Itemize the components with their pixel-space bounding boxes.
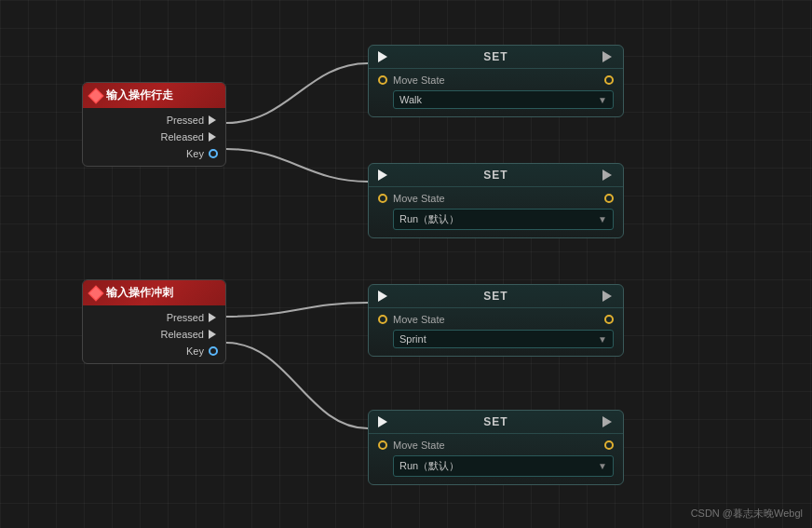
set-node-walk: SET Move State Walk ▼ <box>368 45 624 117</box>
set-run1-body: Move State Run（默认） ▼ <box>369 187 623 237</box>
set-walk-input-row: Walk ▼ <box>378 90 614 109</box>
set-run2-body: Move State Run（默认） ▼ <box>369 434 623 484</box>
set-sprint-move-state-label: Move State <box>393 314 599 325</box>
set-sprint-dropdown[interactable]: Sprint ▼ <box>393 330 614 348</box>
sprint-pressed-label: Pressed <box>167 312 204 323</box>
set-sprint-dot-pin[interactable] <box>378 315 387 324</box>
sprint-released-row: Released <box>83 326 225 343</box>
set-walk-dot-pin-right[interactable] <box>604 75 614 85</box>
set-run2-input-row: Run（默认） ▼ <box>378 455 614 477</box>
set-sprint-input-row: Sprint ▼ <box>378 330 614 348</box>
set-walk-exec-out[interactable] <box>602 51 614 62</box>
pressed-row: Pressed <box>83 112 225 129</box>
set-sprint-exec-in[interactable] <box>378 291 389 302</box>
set-sprint-header: SET <box>369 285 623 308</box>
sprint-pressed-pin[interactable] <box>209 313 218 322</box>
set-run1-dot-pin[interactable] <box>378 194 387 203</box>
set-run2-exec-out[interactable] <box>602 416 614 427</box>
set-walk-dropdown[interactable]: Walk ▼ <box>393 90 614 109</box>
key-label: Key <box>186 148 204 159</box>
set-run2-state-row: Move State <box>378 440 614 451</box>
input-node-walk-body: Pressed Released Key <box>83 108 225 166</box>
set-walk-dot-pin[interactable] <box>378 75 387 85</box>
set-node-run2: SET Move State Run（默认） ▼ <box>368 410 624 485</box>
released-pin[interactable] <box>209 132 218 142</box>
set-sprint-dropdown-arrow: ▼ <box>598 334 607 345</box>
set-run2-dot-pin-right[interactable] <box>604 440 614 450</box>
watermark: CSDN @暮志未晚Webgl <box>691 507 803 521</box>
set-walk-dropdown-arrow: ▼ <box>598 95 607 105</box>
set-run2-label: SET <box>483 415 508 428</box>
set-sprint-body: Move State Sprint ▼ <box>369 308 623 356</box>
set-walk-label: SET <box>483 50 508 63</box>
set-walk-dropdown-value: Walk <box>399 94 422 105</box>
set-walk-header: SET <box>369 46 623 69</box>
set-run1-dropdown-value: Run（默认） <box>399 212 459 226</box>
set-run2-move-state-label: Move State <box>393 440 599 451</box>
set-run1-header: SET <box>369 164 623 187</box>
released-label: Released <box>161 131 204 142</box>
set-run2-header: SET <box>369 411 623 434</box>
set-run2-dropdown-value: Run（默认） <box>399 459 459 473</box>
set-sprint-label: SET <box>483 290 508 303</box>
released-row: Released <box>83 129 225 145</box>
input-node-sprint-title: 输入操作冲刺 <box>106 285 173 301</box>
set-sprint-state-row: Move State <box>378 314 614 325</box>
pressed-pin[interactable] <box>209 115 218 125</box>
set-run1-label: SET <box>483 169 508 182</box>
set-run2-exec-in[interactable] <box>378 416 389 427</box>
set-walk-move-state-label: Move State <box>393 74 599 86</box>
sprint-released-label: Released <box>161 329 204 340</box>
set-sprint-dropdown-value: Sprint <box>399 333 426 345</box>
input-node-walk-title: 输入操作行走 <box>106 88 173 103</box>
sprint-released-pin[interactable] <box>209 330 218 339</box>
set-node-run1: SET Move State Run（默认） ▼ <box>368 163 624 238</box>
set-run2-dropdown[interactable]: Run（默认） ▼ <box>393 455 614 477</box>
set-run2-dot-pin[interactable] <box>378 440 387 450</box>
set-run1-state-row: Move State <box>378 193 614 204</box>
set-run1-dropdown[interactable]: Run（默认） ▼ <box>393 209 614 230</box>
set-sprint-exec-out[interactable] <box>602 291 614 302</box>
set-run1-dot-pin-right[interactable] <box>604 194 614 203</box>
set-walk-exec-in[interactable] <box>378 51 389 62</box>
input-node-sprint-header: 输入操作冲刺 <box>83 280 225 305</box>
diamond-icon-2 <box>88 285 104 301</box>
set-run1-dropdown-arrow: ▼ <box>598 214 607 224</box>
set-sprint-dot-pin-right[interactable] <box>604 315 614 324</box>
key-row: Key <box>83 145 225 162</box>
sprint-key-pin[interactable] <box>209 346 218 356</box>
set-run1-input-row: Run（默认） ▼ <box>378 209 614 230</box>
set-run1-move-state-label: Move State <box>393 193 599 204</box>
set-run1-exec-out[interactable] <box>602 169 614 181</box>
input-node-sprint-body: Pressed Released Key <box>83 305 225 363</box>
pressed-label: Pressed <box>167 115 204 126</box>
set-run1-exec-in[interactable] <box>378 169 389 181</box>
input-node-walk-header: 输入操作行走 <box>83 83 225 108</box>
input-node-sprint: 输入操作冲刺 Pressed Released Key <box>82 279 226 364</box>
set-run2-dropdown-arrow: ▼ <box>598 461 607 471</box>
sprint-key-row: Key <box>83 343 225 359</box>
input-node-walk: 输入操作行走 Pressed Released Key <box>82 82 226 167</box>
sprint-pressed-row: Pressed <box>83 309 225 326</box>
key-pin[interactable] <box>209 149 218 158</box>
set-walk-state-row: Move State <box>378 74 614 86</box>
diamond-icon <box>88 88 104 103</box>
set-walk-body: Move State Walk ▼ <box>369 69 623 116</box>
set-node-sprint: SET Move State Sprint ▼ <box>368 284 624 357</box>
sprint-key-label: Key <box>186 345 204 357</box>
